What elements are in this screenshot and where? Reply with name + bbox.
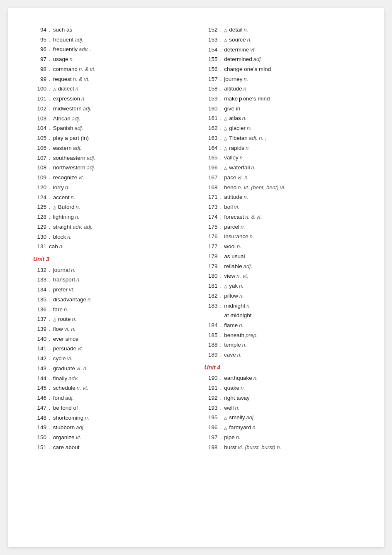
entry-word: disadvantage [53, 295, 86, 305]
list-item: 197.pipen. [205, 433, 359, 443]
triangle-icon: △ [224, 145, 227, 152]
list-item: 163.△ Tibetan adj. n. ; [205, 133, 359, 143]
entry-word: midwestern [53, 104, 82, 114]
list-item: 159.make p one's mind [205, 94, 359, 104]
entry-number: 198 [205, 443, 218, 452]
list-item: 174.forecastn. & vt. [205, 212, 359, 222]
entry-pos: vt. [69, 285, 75, 295]
entry-number: 178 [205, 252, 218, 262]
entry-number: 149 [33, 423, 46, 433]
list-item: 130.blockn. [33, 232, 188, 242]
entry-pos: adj. [76, 423, 85, 433]
entry-word: Spanish [53, 123, 73, 133]
entry-pos: n. [235, 403, 240, 413]
list-item: 124.accentn. [33, 193, 188, 203]
entry-word: flame [224, 320, 238, 330]
entry-dot: . [49, 383, 51, 393]
list-item: 181.△ yakn. [205, 281, 359, 291]
entry-number: 108 [33, 163, 46, 173]
entry-word: pillow [224, 291, 238, 301]
list-item: 136.faren. [33, 305, 188, 315]
entry-dot: . [220, 373, 222, 383]
list-item: 166.△ waterfalln. [205, 163, 359, 173]
entry-pos: vi. n. [64, 325, 75, 334]
list-item: 109.recognizevt. [33, 173, 188, 183]
entry-dot: . [49, 393, 51, 403]
unit-label: Unit 3 [33, 254, 188, 264]
entry-number: 98 [33, 64, 46, 74]
entry-word: block [53, 232, 66, 242]
entry-number: 196 [205, 423, 218, 433]
list-item: 180.viewn. vt. [205, 271, 359, 281]
list-item: 196.△ farmyardn. [205, 423, 359, 433]
entry-dot: . [220, 104, 222, 114]
list-item: 189.caven. [205, 350, 359, 360]
entry-number: 130 [33, 232, 46, 242]
entry-dot: . [220, 271, 222, 281]
list-item: 129.straightadv. adj. [33, 222, 188, 232]
entry-dot: . [220, 202, 222, 212]
list-item: 134.prefervt. [33, 285, 188, 295]
entry-with-subline: 183.midnightn.at midnight [205, 301, 359, 320]
triangle-icon: △ [53, 204, 56, 211]
list-item: 149.stubbornadj. [33, 423, 188, 433]
entry-pos: n. [236, 433, 241, 443]
list-item: 190.earthquaken. [205, 373, 359, 383]
entry-number: 101 [33, 94, 46, 104]
entry-number: 155 [205, 54, 218, 64]
triangle-icon: △ [224, 37, 227, 44]
entry-number: 153 [205, 35, 218, 45]
entry-dot: . [220, 173, 222, 183]
triangle-icon: △ [224, 283, 227, 290]
entry-pos: n [240, 153, 243, 163]
list-item: 168.bendn. vt. (bent, bent) vi. [205, 183, 359, 193]
entry-pos: n. vt. [236, 271, 248, 281]
entry-number: 165 [205, 153, 218, 163]
entry-subline: at midnight [205, 311, 359, 320]
entry-pos: n. [65, 183, 70, 193]
entry-number: 163 [205, 133, 218, 143]
entry-word: shortcoming [53, 413, 84, 423]
entry-dot: . [49, 413, 51, 423]
entry-number: 145 [33, 383, 46, 393]
entry-word: prefer [53, 285, 68, 295]
entry-pos: vt. [250, 45, 256, 55]
entry-number: 175 [205, 222, 218, 232]
entry-number: 191 [205, 383, 218, 393]
entry-pos: vi. [234, 203, 239, 212]
entry-pos: n. [242, 340, 247, 350]
entry-dot: . [49, 374, 51, 384]
entry-pos: adv. adj. [73, 222, 93, 232]
entry-dot: . [49, 183, 51, 193]
entry-dot: . [49, 324, 51, 334]
entry-pos: adj. [83, 104, 92, 114]
list-item: 145.schedulen. vt. [33, 383, 188, 393]
entry-number: 182 [205, 291, 218, 301]
list-item: 125.△ Bufordn. [33, 202, 188, 212]
entry-word: source [229, 35, 246, 45]
entry-pos: n. [81, 94, 86, 104]
list-item: 153.△ sourcen. [205, 35, 359, 45]
entry-word: pipe [224, 433, 235, 443]
entry-number: 136 [33, 305, 46, 315]
entry-word: parcel [224, 222, 239, 232]
entry-word: African [53, 114, 71, 124]
entry-pos: n. [239, 321, 243, 330]
entry-dot: . [220, 423, 222, 433]
list-item: 106.easternadj. [33, 143, 188, 153]
entry-pos: adj. [87, 154, 95, 163]
entry-number: 125 [33, 202, 46, 212]
entry-number: 143 [33, 364, 46, 374]
page: 94.such as95.frequentadj.96.frequentlyad… [8, 8, 384, 547]
list-item: 95.frequentadj. [33, 35, 188, 45]
entry-word: frequently [53, 44, 78, 54]
list-item: 97.usagen. [33, 54, 188, 64]
list-item: 179.reliableadj. [205, 262, 359, 271]
list-item: 132.journaln. [33, 265, 188, 275]
entry-number: 188 [205, 340, 218, 350]
triangle-icon: △ [224, 424, 227, 432]
triangle-icon: △ [224, 164, 227, 172]
entry-word: journal [53, 265, 70, 275]
entry-dot: . [49, 153, 51, 163]
list-item: 157.journeyn. [205, 74, 359, 84]
